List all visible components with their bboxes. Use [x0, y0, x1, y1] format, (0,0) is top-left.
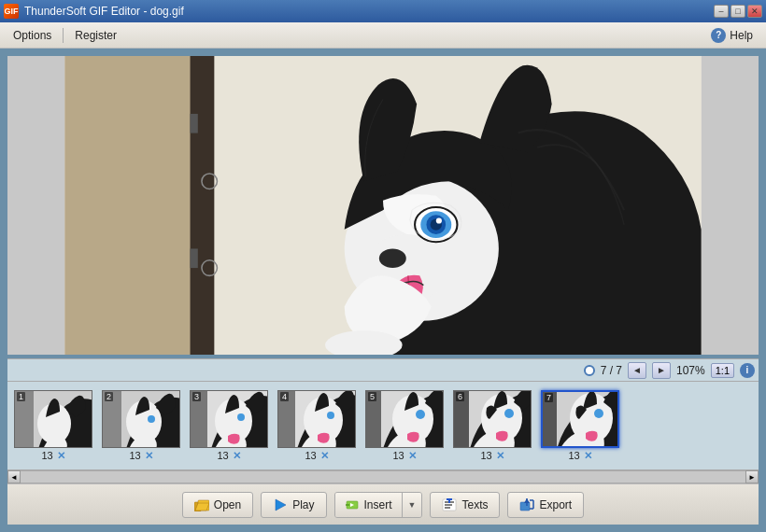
frame-delay-3: 13: [217, 450, 228, 461]
film-frame-6: 6 13 ✕: [450, 390, 534, 462]
svg-point-45: [504, 409, 514, 418]
insert-button[interactable]: Insert: [335, 493, 403, 517]
frame-delete-2[interactable]: ✕: [145, 450, 153, 462]
frame-delay-4: 13: [305, 450, 316, 461]
svg-point-25: [148, 415, 155, 423]
bottom-toolbar: Open Play Insert: [7, 483, 759, 525]
frame-thumb-3[interactable]: 3: [190, 390, 268, 448]
menu-bar: Options Register ? Help: [0, 22, 766, 49]
film-frame-4: 4 13 ✕: [275, 390, 359, 462]
frame-delay-5: 13: [392, 450, 404, 461]
frame-thumb-2[interactable]: 2: [102, 390, 180, 448]
help-icon: ?: [711, 28, 726, 43]
texts-button[interactable]: Texts: [430, 492, 500, 518]
frame-thumb-7[interactable]: 7: [541, 390, 619, 448]
frame-delete-7[interactable]: ✕: [584, 450, 592, 462]
film-frame-3: 3 13 ✕: [187, 390, 271, 462]
app-icon: GIF: [4, 4, 19, 19]
film-frame-1: 1 13 ✕: [11, 390, 95, 462]
menu-register[interactable]: Register: [65, 25, 126, 46]
menu-options[interactable]: Options: [4, 25, 61, 46]
scroll-left-button[interactable]: ◄: [7, 470, 21, 483]
export-icon: [519, 497, 534, 512]
window-controls: – □ ✕: [714, 5, 762, 18]
texts-icon: [442, 497, 457, 512]
play-icon: [273, 497, 288, 512]
export-button[interactable]: Export: [507, 492, 584, 518]
frame-delay-6: 13: [480, 450, 491, 461]
frame-info-1: 13 ✕: [41, 450, 64, 462]
open-icon: [194, 497, 209, 512]
menu-separator: [63, 28, 64, 43]
frame-info-2: 13 ✕: [129, 450, 152, 462]
svg-rect-4: [191, 248, 198, 268]
close-button[interactable]: ✕: [747, 5, 762, 18]
export-label: Export: [539, 498, 572, 511]
frame-thumb-6[interactable]: 6: [453, 390, 532, 448]
frame-delete-4[interactable]: ✕: [320, 450, 329, 462]
texts-label: Texts: [461, 498, 488, 511]
title-bar: GIF ThunderSoft GIF Editor - dog.gif – □…: [0, 0, 766, 22]
frame-delete-3[interactable]: ✕: [233, 450, 241, 462]
svg-point-40: [416, 410, 425, 419]
dog-preview: [7, 56, 759, 355]
insert-group: Insert ▼: [334, 492, 423, 518]
film-frame-7: 7 13 ✕: [538, 390, 622, 462]
ratio-button[interactable]: 1:1: [711, 363, 734, 378]
frame-info-7: 13 ✕: [568, 450, 591, 462]
restore-button[interactable]: □: [731, 5, 745, 18]
help-label: Help: [730, 29, 753, 42]
film-frame-2: 2 13 ✕: [99, 390, 183, 462]
svg-point-35: [327, 412, 334, 419]
open-label: Open: [214, 498, 241, 511]
svg-point-9: [379, 248, 406, 268]
play-button[interactable]: Play: [261, 492, 326, 518]
frame-info-6: 13 ✕: [480, 450, 504, 462]
frame-number-7: 7: [545, 393, 553, 402]
insert-icon: [345, 497, 360, 512]
svg-rect-3: [191, 114, 198, 133]
svg-marker-54: [276, 499, 286, 511]
svg-point-26: [136, 423, 155, 438]
scroll-right-button[interactable]: ►: [745, 470, 759, 483]
insert-dropdown-button[interactable]: ▼: [403, 493, 422, 517]
frame-number-2: 2: [105, 392, 113, 401]
svg-marker-66: [524, 498, 530, 503]
window-title: ThunderSoft GIF Editor - dog.gif: [24, 5, 184, 18]
frame-number-5: 5: [368, 392, 376, 401]
frame-delete-6[interactable]: ✕: [496, 450, 504, 462]
frame-thumb-1[interactable]: 1: [14, 390, 92, 448]
frame-delete-1[interactable]: ✕: [57, 450, 65, 462]
svg-point-50: [594, 409, 603, 418]
svg-point-14: [436, 217, 442, 223]
insert-label: Insert: [364, 498, 392, 511]
svg-rect-2: [191, 56, 218, 355]
frame-number-4: 4: [280, 392, 289, 401]
next-frame-button[interactable]: ►: [652, 362, 671, 379]
status-bar: 7 / 7 ◄ ► 107% 1:1 i: [7, 358, 759, 381]
minimize-button[interactable]: –: [714, 5, 729, 18]
frame-delay-7: 13: [568, 450, 579, 461]
frame-number-3: 3: [192, 392, 201, 401]
info-button[interactable]: i: [740, 363, 755, 378]
open-button[interactable]: Open: [182, 492, 253, 518]
preview-area: [7, 56, 759, 355]
svg-point-30: [237, 413, 245, 421]
frame-info-3: 13 ✕: [217, 450, 240, 462]
frame-delete-5[interactable]: ✕: [408, 450, 417, 462]
zoom-level: 107%: [676, 364, 705, 377]
frame-delay-1: 13: [41, 450, 52, 461]
frame-thumb-4[interactable]: 4: [277, 390, 356, 448]
frame-thumb-5[interactable]: 5: [365, 390, 444, 448]
horizontal-scrollbar: ◄ ►: [7, 470, 759, 483]
svg-rect-64: [520, 502, 530, 511]
film-frame-5: 5 13 ✕: [362, 390, 447, 462]
play-label: Play: [292, 498, 314, 511]
frame-number-1: 1: [17, 392, 25, 401]
frame-number-6: 6: [456, 392, 464, 401]
main-content: 7 / 7 ◄ ► 107% 1:1 i 1 13: [0, 49, 766, 532]
frame-counter: 7 / 7: [601, 364, 622, 377]
scroll-track[interactable]: [21, 471, 745, 483]
prev-frame-button[interactable]: ◄: [628, 362, 646, 379]
menu-help[interactable]: ? Help: [702, 24, 762, 47]
